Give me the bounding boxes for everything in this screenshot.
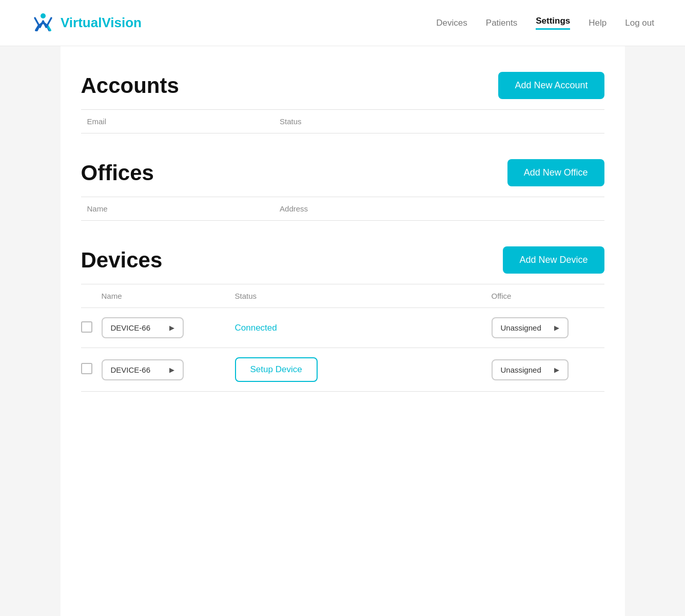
devices-title: Devices (81, 248, 163, 273)
device-row-0-name-col: DEVICE-66 ▶ (102, 317, 235, 338)
svg-point-0 (41, 13, 46, 18)
nav-logout[interactable]: Log out (625, 18, 654, 28)
device-row-1-office-col: Unassigned ▶ (492, 359, 604, 380)
device-row-1-check[interactable] (81, 363, 102, 376)
device-row-1-office-arrow: ▶ (554, 366, 559, 374)
header: VirtualVision Devices Patients Settings … (0, 0, 685, 46)
device-row-1-name-col: DEVICE-66 ▶ (102, 359, 235, 380)
devices-table: Name Status Office DEVICE-66 ▶ Connected (81, 284, 604, 392)
devices-section-header: Devices Add New Device (81, 246, 604, 274)
device-row-0-office-arrow: ▶ (554, 324, 559, 332)
offices-table: Name Address (81, 197, 604, 221)
device-row-1-arrow: ▶ (169, 366, 174, 374)
device-row-0-checkbox[interactable] (81, 321, 92, 333)
device-row-0-name-button[interactable]: DEVICE-66 ▶ (102, 317, 184, 338)
device-row-0-status-col: Connected (235, 323, 492, 333)
device-row-1-setup-button[interactable]: Setup Device (235, 357, 318, 382)
device-row-0: DEVICE-66 ▶ Connected Unassigned ▶ (81, 308, 604, 348)
devices-table-header: Name Status Office (81, 284, 604, 308)
add-new-account-button[interactable]: Add New Account (498, 72, 604, 99)
logo-text: VirtualVision (61, 15, 142, 31)
nav-patients[interactable]: Patients (486, 18, 517, 28)
nav-help[interactable]: Help (589, 18, 606, 28)
device-row-0-office-col: Unassigned ▶ (492, 317, 604, 338)
devices-col-office: Office (492, 292, 604, 300)
accounts-title: Accounts (81, 73, 179, 98)
nav-devices[interactable]: Devices (436, 18, 467, 28)
devices-col-name: Name (102, 292, 235, 300)
device-row-1-checkbox[interactable] (81, 363, 92, 374)
device-row-0-name-label: DEVICE-66 (111, 323, 151, 332)
logo: VirtualVision (31, 11, 142, 35)
device-row-0-arrow: ▶ (169, 324, 174, 332)
add-new-device-button[interactable]: Add New Device (503, 246, 604, 274)
device-row-0-office-dropdown[interactable]: Unassigned ▶ (492, 317, 569, 338)
accounts-table: Email Status (81, 109, 604, 133)
accounts-table-header: Email Status (81, 109, 604, 133)
devices-section: Devices Add New Device Name Status Offic… (81, 246, 604, 392)
device-row-0-check[interactable] (81, 321, 102, 335)
offices-table-header: Name Address (81, 197, 604, 221)
main-nav: Devices Patients Settings Help Log out (436, 16, 654, 30)
main-content: Accounts Add New Account Email Status Of… (61, 46, 625, 616)
accounts-col-status: Status (280, 117, 604, 126)
device-row-1: DEVICE-66 ▶ Setup Device Unassigned ▶ (81, 348, 604, 392)
accounts-section-header: Accounts Add New Account (81, 72, 604, 99)
devices-col-status: Status (235, 292, 492, 300)
accounts-section: Accounts Add New Account Email Status (81, 72, 604, 133)
offices-section-header: Offices Add New Office (81, 159, 604, 186)
device-row-0-office-label: Unassigned (501, 323, 541, 332)
offices-section: Offices Add New Office Name Address (81, 159, 604, 221)
device-row-1-office-label: Unassigned (501, 365, 541, 374)
add-new-office-button[interactable]: Add New Office (507, 159, 604, 186)
logo-icon (31, 11, 55, 35)
offices-title: Offices (81, 161, 154, 185)
nav-settings[interactable]: Settings (536, 16, 570, 30)
device-row-1-office-dropdown[interactable]: Unassigned ▶ (492, 359, 569, 380)
device-row-1-status-col: Setup Device (235, 357, 492, 382)
device-row-0-status: Connected (235, 323, 277, 333)
device-row-1-name-button[interactable]: DEVICE-66 ▶ (102, 359, 184, 380)
device-row-1-name-label: DEVICE-66 (111, 365, 151, 374)
devices-col-check-placeholder (81, 292, 102, 300)
offices-col-name: Name (81, 204, 280, 213)
offices-col-address: Address (280, 204, 604, 213)
accounts-col-email: Email (81, 117, 280, 126)
